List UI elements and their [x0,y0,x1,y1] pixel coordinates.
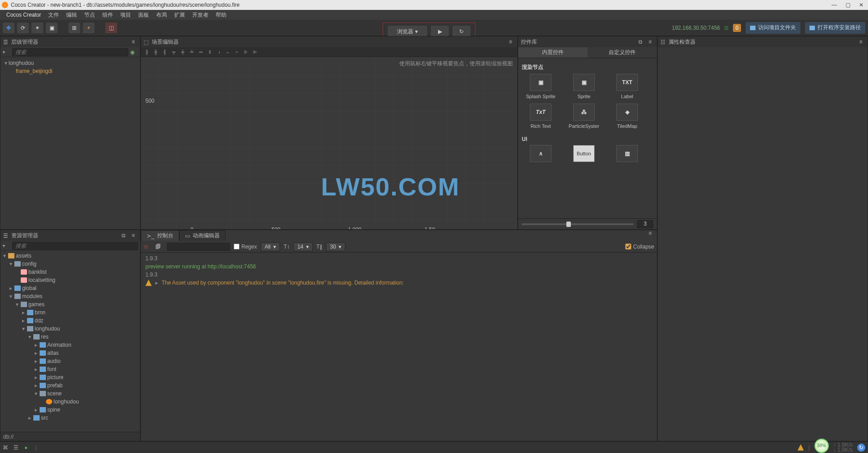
hierarchy-node[interactable]: ▾longhudou [0,59,140,67]
asset-node[interactable]: banklist [0,268,140,276]
align-right-icon[interactable]: ╢ [161,49,169,56]
close-button[interactable]: ✕ [856,1,866,9]
dist-v-icon[interactable]: ⇕ [206,49,214,56]
panel-menu-icon[interactable]: ≡ [646,39,654,45]
slider-track[interactable] [522,223,633,225]
asset-node[interactable]: ▸spine [0,406,140,414]
clear-log-button[interactable]: ⊘ [144,244,152,250]
align-bottom-icon[interactable]: ╧ [188,49,196,56]
status-log-icon[interactable]: ☰ [14,444,21,451]
menu-file[interactable]: 文件 [45,11,63,19]
align-left-icon[interactable]: ╟ [143,49,151,56]
console-filter-input[interactable] [167,243,230,251]
control-tiledmap[interactable]: ◈TiledMap [607,104,647,129]
menu-node[interactable]: 节点 [81,11,99,19]
align-b-icon[interactable]: ⫠ [224,49,232,56]
asset-node[interactable]: ▾modules [0,292,140,300]
popout-icon[interactable]: ⧉ [119,232,127,239]
align-hcenter-icon[interactable]: ╫ [152,49,160,56]
rotate-tool[interactable]: ⟳ [17,23,29,33]
asset-node[interactable]: ▾config [0,260,140,268]
asset-node[interactable]: ▾games [0,300,140,308]
asset-node[interactable]: ▸audio [0,357,140,365]
maximize-button[interactable]: ▢ [843,1,853,9]
dist-h-icon[interactable]: ⇔ [197,49,205,56]
open-log-button[interactable]: 🗐 [155,244,163,250]
slider-value[interactable]: 3 [637,220,653,228]
menu-component[interactable]: 组件 [99,11,117,19]
status-console-icon[interactable]: ⌘ [3,444,10,451]
control-richtext[interactable]: TxTRich Text [521,104,561,129]
gizmo-tool[interactable]: ◫ [105,23,117,33]
add-tool[interactable]: + [83,23,95,33]
assets-add-button[interactable]: + [2,243,10,249]
slider-thumb[interactable] [566,222,571,227]
assets-search-input[interactable] [12,242,138,250]
asset-node[interactable]: ▸picture [0,373,140,381]
asset-node[interactable]: ▸Animation [0,341,140,349]
warning-icon[interactable] [798,444,804,451]
scale-tool[interactable]: ✶ [32,23,43,33]
open-install-path-button[interactable]: 打开程序安装路径 [805,22,865,34]
hierarchy-search-input[interactable] [12,48,128,56]
panel-menu-icon[interactable]: ≡ [506,39,515,45]
rect-tool[interactable]: ▣ [46,23,58,33]
panel-menu-icon[interactable]: ≡ [129,39,137,45]
tab-custom-controls[interactable]: 自定义控件 [588,47,657,58]
control-particle[interactable]: ⁂ParticleSyster [564,104,604,129]
hierarchy-link-icon[interactable]: ◉ [130,49,138,55]
asset-node[interactable]: ▸global [0,284,140,292]
asset-node[interactable]: localsetting [0,276,140,284]
align-top-icon[interactable]: ╤ [170,49,178,56]
popout-icon[interactable]: ⧉ [636,39,644,45]
panel-menu-icon[interactable]: ≡ [129,232,137,239]
menu-developer[interactable]: 开发者 [189,11,212,19]
menu-help[interactable]: 帮助 [212,11,230,19]
regex-checkbox[interactable]: Regex [234,244,257,250]
asset-node[interactable]: longhudou [0,398,140,406]
menu-project[interactable]: 项目 [117,11,135,19]
control-button[interactable]: Button [564,145,604,162]
asset-node[interactable]: ▸ddz [0,317,140,325]
scene-canvas[interactable]: 使用鼠标右键平移视窗焦点，使用滚轮缩放视图 500 0 500 1,000 1,… [141,57,517,229]
menu-extension[interactable]: 扩展 [171,11,189,19]
panel-menu-icon[interactable]: ≡ [857,39,865,45]
menu-panel[interactable]: 面板 [135,11,153,19]
align-d-icon[interactable]: ⊪ [242,49,250,56]
asset-node[interactable]: ▾res [0,333,140,341]
asset-node[interactable]: ▸atlas [0,349,140,357]
move-tool[interactable]: ✥ [3,23,14,33]
asset-node[interactable]: ▸font [0,365,140,373]
hierarchy-add-button[interactable]: + [2,49,10,55]
align-c-icon[interactable]: ⫟ [233,49,241,56]
tab-builtin-controls[interactable]: 内置控件 [518,47,588,58]
collapse-checkbox[interactable]: Collapse [625,244,654,250]
tab-console[interactable]: ≻_控制台 [141,230,179,241]
align-a-icon[interactable]: ⫞ [215,49,223,56]
font-size-dropdown[interactable]: 14▾ [293,242,312,251]
asset-node[interactable]: ▸src [0,414,140,422]
asset-node[interactable]: ▾assets [0,252,140,260]
panel-menu-icon[interactable]: ≡ [646,230,654,236]
minimize-button[interactable]: — [829,1,839,9]
asset-node[interactable]: ▸brnn [0,308,140,317]
control-ui-a[interactable]: ∧ [521,145,561,162]
menu-layout[interactable]: 布局 [153,11,171,19]
control-sprite[interactable]: ▣Sprite [564,74,604,99]
hierarchy-node[interactable]: frame_beijingdi [0,67,140,75]
tab-anim-editor[interactable]: ▭动画编辑器 [179,230,226,241]
sync-icon[interactable]: ↻ [857,444,865,452]
align-e-icon[interactable]: ⊫ [251,49,259,56]
control-splash-sprite[interactable]: ▣Splash Sprite [521,74,561,99]
align-vcenter-icon[interactable]: ╪ [179,49,187,56]
control-layout[interactable]: ▥ [607,145,647,162]
status-network-icon[interactable]: ● [24,444,32,451]
asset-node[interactable]: ▾longhudou [0,325,140,333]
log-level-dropdown[interactable]: All▾ [261,242,280,251]
line-height-dropdown[interactable]: 30▾ [326,242,345,251]
menu-edit[interactable]: 编辑 [63,11,81,19]
anchor-tool[interactable]: ⊞ [68,23,80,33]
open-project-folder-button[interactable]: 访问项目文件夹 [746,22,800,34]
control-label[interactable]: TXTLabel [607,74,647,99]
asset-node[interactable]: ▸prefab [0,381,140,390]
